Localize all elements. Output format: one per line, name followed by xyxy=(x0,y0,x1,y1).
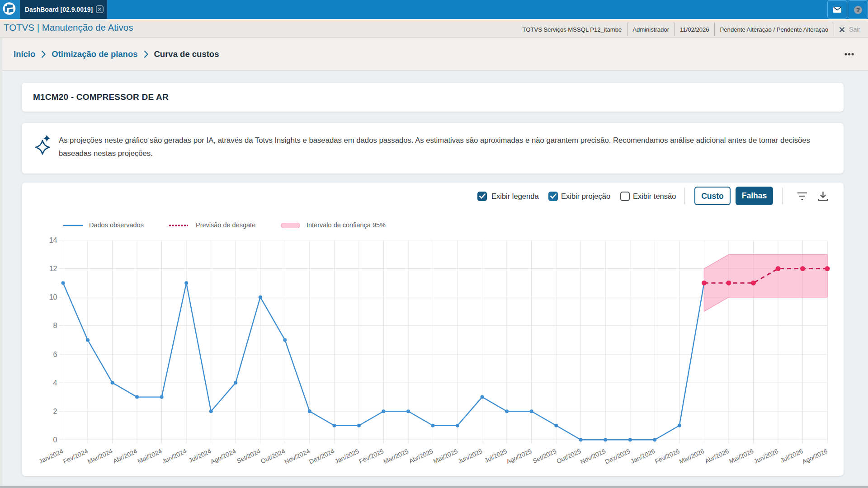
svg-text:Dez/2025: Dez/2025 xyxy=(604,447,631,465)
svg-text:12: 12 xyxy=(49,265,57,272)
svg-text:8: 8 xyxy=(53,322,57,329)
svg-text:10: 10 xyxy=(49,293,57,301)
svg-text:Nov/2025: Nov/2025 xyxy=(579,447,607,465)
svg-text:14: 14 xyxy=(49,236,57,244)
svg-text:Fev/2026: Fev/2026 xyxy=(654,447,681,465)
svg-text:6: 6 xyxy=(53,351,57,358)
svg-text:4: 4 xyxy=(53,379,57,387)
svg-text:0: 0 xyxy=(53,436,57,444)
svg-text:Jul/2025: Jul/2025 xyxy=(483,447,508,464)
svg-text:Abr/2025: Abr/2025 xyxy=(408,447,434,465)
svg-text:Abr/2026: Abr/2026 xyxy=(703,447,730,465)
svg-text:Mai/2024: Mai/2024 xyxy=(136,447,163,465)
svg-text:Dez/2024: Dez/2024 xyxy=(308,447,335,465)
svg-text:Mai/2025: Mai/2025 xyxy=(432,447,459,465)
svg-text:Mar/2025: Mar/2025 xyxy=(382,447,410,465)
svg-text:Ago/2024: Ago/2024 xyxy=(209,447,237,465)
svg-text:Ago/2025: Ago/2025 xyxy=(505,447,533,465)
svg-text:Jan/2024: Jan/2024 xyxy=(38,447,64,465)
svg-text:Jun/2026: Jun/2026 xyxy=(753,447,779,465)
svg-text:Mar/2026: Mar/2026 xyxy=(678,447,706,465)
svg-text:?: ? xyxy=(856,6,860,14)
svg-text:Set/2025: Set/2025 xyxy=(531,447,557,465)
svg-text:Out/2025: Out/2025 xyxy=(555,447,582,465)
svg-text:Out/2024: Out/2024 xyxy=(259,447,286,465)
svg-text:2: 2 xyxy=(53,408,57,415)
svg-text:Mar/2024: Mar/2024 xyxy=(86,447,114,465)
svg-text:Mai/2026: Mai/2026 xyxy=(728,447,755,465)
svg-text:Jan/2025: Jan/2025 xyxy=(334,447,360,465)
svg-text:Jul/2026: Jul/2026 xyxy=(779,447,804,464)
svg-text:Set/2024: Set/2024 xyxy=(236,447,262,465)
svg-text:Fev/2024: Fev/2024 xyxy=(62,447,89,465)
svg-text:Fev/2025: Fev/2025 xyxy=(358,447,385,465)
svg-text:Jun/2024: Jun/2024 xyxy=(161,447,188,465)
svg-text:Jun/2025: Jun/2025 xyxy=(457,447,483,465)
svg-text:Ago/2026: Ago/2026 xyxy=(801,447,829,465)
svg-text:Jan/2026: Jan/2026 xyxy=(629,447,656,465)
svg-text:Nov/2024: Nov/2024 xyxy=(283,447,311,465)
svg-text:Abr/2024: Abr/2024 xyxy=(112,447,138,465)
svg-text:Jul/2024: Jul/2024 xyxy=(188,447,212,464)
